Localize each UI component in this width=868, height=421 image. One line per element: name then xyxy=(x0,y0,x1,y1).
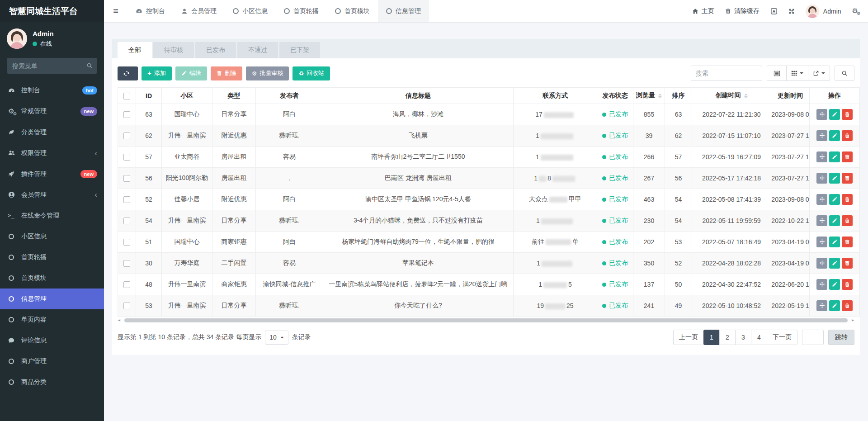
status-tab[interactable]: 不通过 xyxy=(237,42,278,58)
column-header[interactable]: ID xyxy=(136,88,162,104)
column-header[interactable]: 浏览量 xyxy=(633,88,665,104)
column-header[interactable]: 发布者 xyxy=(256,88,323,104)
sort-icon[interactable] xyxy=(744,92,748,100)
sidebar-item[interactable]: 控制台 hot xyxy=(0,80,104,101)
next-page-button[interactable]: 下一页 xyxy=(767,330,797,345)
top-nav-item[interactable]: 会员管理 xyxy=(173,0,225,22)
row-delete-button[interactable] xyxy=(842,173,853,184)
row-edit-button[interactable] xyxy=(829,173,840,184)
select-all-checkbox[interactable] xyxy=(123,93,130,99)
row-checkbox[interactable] xyxy=(123,260,130,267)
page-number-button[interactable]: 1 xyxy=(703,330,720,345)
table-search-input[interactable] xyxy=(691,66,762,81)
batch-audit-button[interactable]: ⚙ 批量审核 xyxy=(246,66,289,80)
row-delete-button[interactable] xyxy=(842,130,853,141)
row-edit-button[interactable] xyxy=(829,130,840,141)
search-button[interactable] xyxy=(835,66,854,81)
column-header[interactable]: 信息标题 xyxy=(323,88,514,104)
sort-icon[interactable] xyxy=(658,92,662,100)
move-button[interactable] xyxy=(816,109,827,120)
move-button[interactable] xyxy=(816,130,827,141)
column-header[interactable]: 联系方式 xyxy=(514,88,597,104)
page-number-button[interactable]: 3 xyxy=(735,330,751,345)
status-tab[interactable]: 已下架 xyxy=(279,42,320,58)
move-button[interactable] xyxy=(816,215,827,226)
row-checkbox[interactable] xyxy=(123,303,130,309)
row-edit-button[interactable] xyxy=(829,215,840,226)
column-header[interactable] xyxy=(118,88,136,104)
status-tab[interactable]: 全部 xyxy=(118,42,152,58)
sidebar-item[interactable]: 商户管理 xyxy=(0,351,104,372)
add-button[interactable]: + 添加 xyxy=(142,66,172,80)
move-button[interactable] xyxy=(816,194,827,205)
column-header[interactable]: 发布状态 xyxy=(597,88,633,104)
language-icon[interactable] xyxy=(770,8,778,15)
row-delete-button[interactable] xyxy=(842,109,853,120)
columns-button[interactable] xyxy=(786,66,808,81)
move-button[interactable] xyxy=(816,300,827,311)
move-button[interactable] xyxy=(816,279,827,290)
move-button[interactable] xyxy=(816,173,827,184)
sidebar-item[interactable]: 分类管理 xyxy=(0,122,104,143)
column-header[interactable]: 更新时间 xyxy=(771,88,810,104)
row-delete-button[interactable] xyxy=(842,215,853,226)
column-header[interactable]: 排序 xyxy=(665,88,692,104)
home-link[interactable]: 主页 xyxy=(692,7,714,15)
scroll-right-icon[interactable]: ▸ xyxy=(852,317,854,322)
row-delete-button[interactable] xyxy=(842,279,853,290)
column-header[interactable]: 操作 xyxy=(810,88,860,104)
delete-button[interactable]: 删除 xyxy=(211,66,242,80)
column-header[interactable]: 创建时间 xyxy=(692,88,771,104)
sidebar-item[interactable]: 单页内容 xyxy=(0,309,104,330)
page-number-button[interactable]: 2 xyxy=(719,330,736,345)
page-number-button[interactable]: 4 xyxy=(751,330,767,345)
status-tab[interactable]: 待审核 xyxy=(153,42,194,58)
row-checkbox[interactable] xyxy=(123,175,130,182)
sidebar-item[interactable]: 商品分类 xyxy=(0,372,104,393)
scroll-left-icon[interactable]: ◂ xyxy=(118,317,120,322)
status-tab[interactable]: 已发布 xyxy=(195,42,236,58)
jump-page-input[interactable] xyxy=(802,330,824,345)
export-button[interactable] xyxy=(808,66,830,81)
hamburger-menu-icon[interactable]: ≡ xyxy=(104,0,127,22)
page-size-select[interactable]: 10 xyxy=(265,331,288,345)
row-edit-button[interactable] xyxy=(829,237,840,247)
sidebar-search-input[interactable] xyxy=(7,58,97,74)
sidebar-item[interactable]: 信息管理 xyxy=(0,289,104,309)
prev-page-button[interactable]: 上一页 xyxy=(673,330,704,345)
sidebar-item[interactable]: 权限管理 ‹ xyxy=(0,143,104,164)
row-edit-button[interactable] xyxy=(829,300,840,311)
sidebar-item[interactable]: 首页轮播 xyxy=(0,247,104,268)
row-edit-button[interactable] xyxy=(829,109,840,120)
clear-cache-link[interactable]: 清除缓存 xyxy=(725,7,760,15)
top-nav-item[interactable]: 信息管理 xyxy=(378,0,429,22)
row-checkbox[interactable] xyxy=(123,196,130,203)
row-checkbox[interactable] xyxy=(123,281,130,288)
row-delete-button[interactable] xyxy=(842,258,853,269)
recycle-button[interactable]: ♻ 回收站 xyxy=(292,66,330,80)
top-nav-item[interactable]: 控制台 xyxy=(127,0,173,22)
sidebar-item[interactable]: ⚙⚙ 常规管理 new xyxy=(0,101,104,122)
row-edit-button[interactable] xyxy=(829,194,840,205)
row-edit-button[interactable] xyxy=(829,258,840,269)
row-checkbox[interactable] xyxy=(123,218,130,224)
horizontal-scrollbar[interactable]: ◂ ▸ xyxy=(118,318,854,323)
edit-button[interactable]: 编辑 xyxy=(175,66,207,80)
row-checkbox[interactable] xyxy=(123,132,130,139)
row-edit-button[interactable] xyxy=(829,279,840,290)
move-button[interactable] xyxy=(816,237,827,247)
user-menu[interactable]: Admin xyxy=(806,5,841,18)
settings-gear-icon[interactable]: ⚙⚙ xyxy=(852,8,858,14)
move-button[interactable] xyxy=(816,258,827,269)
detail-view-button[interactable] xyxy=(767,66,787,81)
top-nav-item[interactable]: 小区信息 xyxy=(225,0,276,22)
fullscreen-icon[interactable] xyxy=(788,8,795,14)
sidebar-item[interactable]: 小区信息 xyxy=(0,226,104,247)
sidebar-item[interactable]: >_ 在线命令管理 xyxy=(0,205,104,226)
column-header[interactable]: 类型 xyxy=(212,88,256,104)
row-checkbox[interactable] xyxy=(123,239,130,246)
column-header[interactable]: 小区 xyxy=(162,88,212,104)
row-delete-button[interactable] xyxy=(842,237,853,247)
top-nav-item[interactable]: 首页模块 xyxy=(327,0,378,22)
sidebar-item[interactable]: 插件管理 new xyxy=(0,164,104,184)
